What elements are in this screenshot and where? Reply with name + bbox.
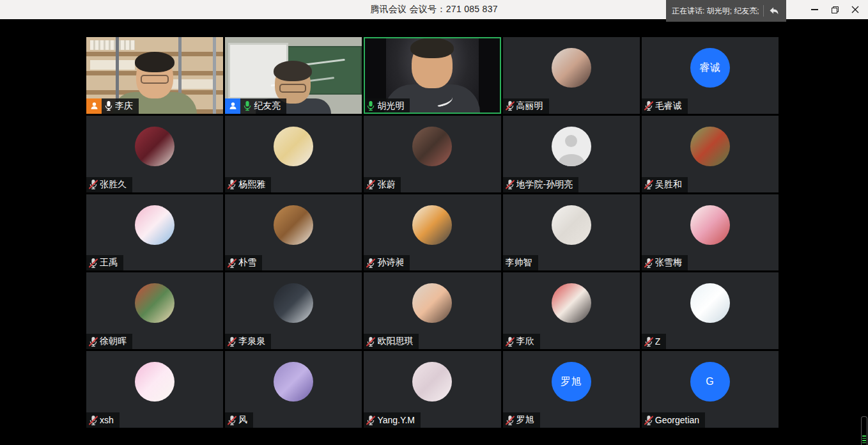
participant-tile[interactable]: 孙诗昶 [364,194,500,271]
back-arrow-icon[interactable] [768,6,779,16]
person-head [412,41,453,88]
name-label-bar: xsh [86,412,120,428]
participant-tile[interactable]: 杨熙雅 [225,116,362,192]
participant-tile[interactable]: 张胜久 [86,116,223,192]
window-controls [804,0,865,19]
participant-tile[interactable]: 王禹 [86,194,223,271]
participant-tile[interactable]: 李帅智 [503,194,640,271]
avatar [135,205,174,245]
participant-tile[interactable]: 朴雪 [225,194,362,271]
mic-icon [644,336,653,347]
avatar [412,205,452,245]
name-label-bar: 李庆 [102,98,139,114]
scrollbar[interactable] [861,416,867,445]
name-label-bar: 杨熙雅 [225,177,271,192]
name-label-bar: 欧阳思琪 [364,334,419,349]
speaking-banner: 正在讲话: 胡光明; 纪友亮; [666,0,786,22]
participant-tile[interactable]: 欧阳思琪 [364,272,500,349]
person-head [275,64,311,104]
minimize-button[interactable] [804,0,825,19]
participant-tile[interactable]: 纪友亮 [225,37,362,114]
close-icon [851,6,859,13]
participant-name: 李欣 [516,336,534,347]
avatar-initials: G [706,376,714,387]
participant-name: xsh [100,415,114,425]
participant-name: 孙诗昶 [377,257,404,269]
participant-tile[interactable]: 徐朝晖 [86,272,223,349]
avatar [552,48,591,88]
participant-tile[interactable]: 李欣 [503,272,640,349]
avatar [552,127,591,166]
mic-icon [89,179,98,190]
avatar: G [690,362,730,402]
mic-icon [104,100,113,111]
person-icon [89,101,99,111]
participant-tile[interactable]: 李庆 [86,37,223,114]
participant-name: Yang.Y.M [377,415,415,425]
participant-tile[interactable]: 高丽明 [503,37,640,114]
participant-tile[interactable]: Yang.Y.M [364,351,500,428]
avatar [135,362,174,402]
name-label-bar: 罗旭 [503,412,540,428]
participant-tile[interactable]: 李泉泉 [225,272,362,349]
participant-name: 李帅智 [506,257,532,269]
participant-tile[interactable]: 胡光明 [364,37,500,114]
participant-tile[interactable]: 张蔚 [364,116,500,192]
participant-name: 王禹 [100,257,118,269]
person-head [136,55,173,98]
mic-icon [506,179,515,190]
restore-icon [831,6,839,14]
participant-name: 高丽明 [516,100,543,112]
participant-name: 胡光明 [377,100,404,112]
avatar [412,362,452,402]
participant-tile[interactable]: 吴胜和 [642,116,779,192]
avatar [690,283,730,323]
mic-icon [644,258,653,269]
mic-icon [644,415,653,426]
mic-icon [506,100,515,111]
avatar [135,127,174,166]
name-label-bar: 王禹 [86,255,123,270]
mic-icon [506,415,515,426]
participant-tile[interactable]: 地学院-孙明亮 [503,116,640,192]
mic-icon [243,100,252,111]
mic-icon [228,258,236,269]
role-badge [86,98,102,114]
participant-name: 杨熙雅 [238,179,265,191]
name-label-bar: 朴雪 [225,255,262,270]
name-label-bar: 李泉泉 [225,334,271,349]
name-label-bar: 李欣 [503,334,540,349]
minimize-icon [811,9,818,10]
participant-tile[interactable]: G Georgetian [642,351,779,428]
scrollbar-stripes [862,435,866,444]
name-label-bar: 纪友亮 [240,98,286,114]
speaking-banner-text: 正在讲话: 胡光明; 纪友亮; [672,6,759,17]
avatar [274,205,313,245]
avatar [690,127,730,166]
participant-tile[interactable]: Z [642,272,779,349]
participant-name: 张雪梅 [655,257,682,269]
mic-icon [366,179,375,190]
avatar [135,283,174,323]
participant-grid: 李庆 纪友亮 [86,37,779,428]
close-button[interactable] [845,0,865,19]
participant-tile[interactable]: 风 [225,351,362,428]
participant-name: 地学院-孙明亮 [516,179,573,191]
restore-button[interactable] [825,0,845,19]
role-badge [225,98,240,114]
mic-icon [89,258,98,269]
participant-name: 吴胜和 [655,179,682,191]
mic-icon [89,415,98,426]
participant-name: 徐朝晖 [100,336,127,347]
participant-name: 张胜久 [100,179,127,191]
participant-tile[interactable]: 张雪梅 [642,194,779,271]
avatar [274,127,313,166]
participant-tile[interactable]: 罗旭 罗旭 [503,351,640,428]
participant-name: 朴雪 [238,257,256,269]
participant-tile[interactable]: xsh [86,351,223,428]
participant-tile[interactable]: 睿诚 毛睿诚 [642,37,779,114]
mic-icon [228,179,236,190]
avatar-initials: 罗旭 [561,375,582,389]
mic-icon [228,415,236,426]
mic-icon [366,258,375,269]
